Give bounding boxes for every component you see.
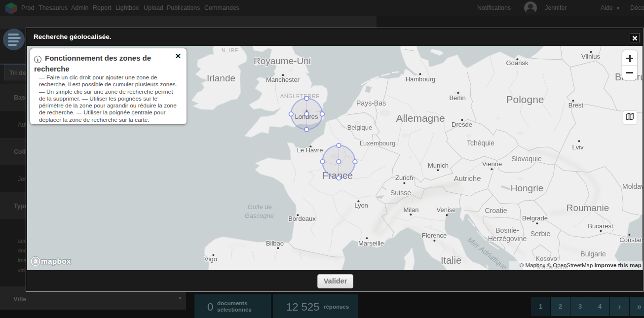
svg-text:Marseille: Marseille: [358, 240, 384, 247]
svg-text:Bosnie-: Bosnie-: [495, 226, 519, 234]
svg-text:Roumanie: Roumanie: [567, 203, 609, 213]
svg-text:Serbie: Serbie: [530, 230, 551, 238]
svg-text:Italie: Italie: [441, 255, 461, 266]
svg-text:Le Havre: Le Havre: [297, 146, 323, 154]
svg-text:Bilbao: Bilbao: [266, 240, 284, 247]
svg-text:Suisse: Suisse: [390, 189, 411, 197]
svg-text:Pays-Bas: Pays-Bas: [356, 99, 386, 107]
svg-text:mapbox: mapbox: [41, 257, 71, 265]
svg-text:Belgique: Belgique: [347, 124, 373, 131]
svg-text:Vilnius: Vilnius: [581, 53, 601, 60]
svg-text:Slovaquie: Slovaquie: [511, 155, 542, 163]
svg-text:Pologne: Pologne: [506, 94, 544, 105]
svg-text:Bulgarie: Bulgarie: [580, 250, 606, 258]
svg-text:Croatie: Croatie: [485, 207, 507, 214]
svg-text:Hongrie: Hongrie: [511, 183, 544, 193]
svg-text:Vigo: Vigo: [204, 255, 217, 263]
svg-text:Tchéquie: Tchéquie: [467, 139, 494, 147]
svg-text:Luxembourg: Luxembourg: [360, 140, 395, 147]
svg-text:Lviv: Lviv: [572, 143, 584, 151]
svg-text:Dresde: Dresde: [452, 121, 472, 128]
svg-text:Munich: Munich: [428, 162, 449, 169]
svg-text:Gascogne: Gascogne: [245, 212, 274, 219]
svg-text:Zurich: Zurich: [395, 174, 413, 181]
svg-text:Milan: Milan: [403, 206, 418, 213]
svg-text:Moldavie: Moldavie: [622, 182, 643, 190]
svg-text:Constanța: Constanța: [619, 236, 643, 244]
svg-text:Autriche: Autriche: [454, 174, 481, 182]
svg-text:Royaume-Uni: Royaume-Uni: [254, 56, 311, 66]
svg-text:ANGLETERRE: ANGLETERRE: [280, 93, 320, 99]
svg-text:Manchester: Manchester: [266, 76, 300, 83]
svg-text:Golfe de: Golfe de: [248, 203, 272, 211]
svg-text:Bordeaux: Bordeaux: [288, 215, 316, 222]
svg-text:Vienne: Vienne: [482, 160, 502, 168]
svg-text:Lyon: Lyon: [354, 202, 368, 209]
svg-text:Venise: Venise: [436, 206, 455, 213]
svg-text:Bucarest: Bucarest: [588, 222, 613, 230]
svg-text:Irlande: Irlande: [207, 73, 235, 83]
svg-text:Florence: Florence: [422, 232, 447, 239]
svg-text:Belgrade: Belgrade: [522, 214, 548, 222]
svg-text:N. IRE.: N. IRE.: [222, 48, 240, 53]
svg-text:Herzégovine: Herzégovine: [488, 235, 527, 243]
svg-text:Berlin: Berlin: [449, 94, 465, 102]
svg-text:Allemagne: Allemagne: [396, 112, 445, 124]
svg-text:Gdańsk: Gdańsk: [506, 59, 529, 67]
svg-text:Hambourg: Hambourg: [406, 75, 436, 83]
svg-text:Brest: Brest: [568, 102, 584, 109]
